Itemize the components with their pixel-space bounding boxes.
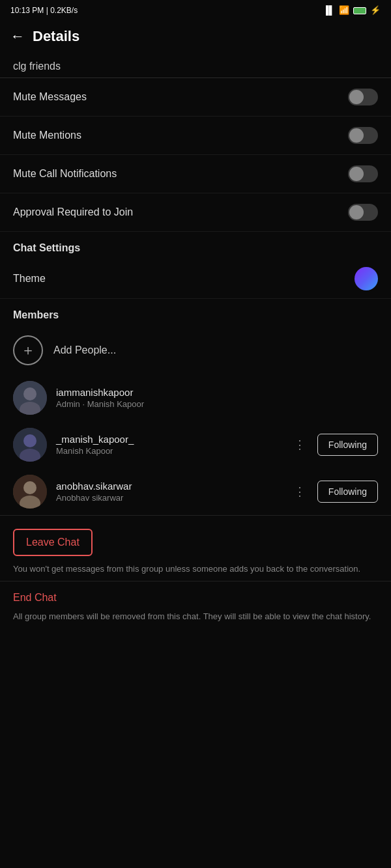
member-row: anobhav.sikarwar Anobhav sikarwar ⋮ Foll… [0, 468, 391, 515]
bolt-icon: ⚡ [370, 5, 381, 15]
mute-messages-toggle[interactable] [348, 89, 378, 105]
member-menu-icon[interactable]: ⋮ [289, 482, 311, 501]
avatar [13, 381, 47, 415]
member-actions: ⋮ Following [289, 481, 378, 503]
avatar [13, 428, 47, 462]
add-people-label: Add People... [53, 344, 116, 356]
approval-required-row: Approval Required to Join [0, 193, 391, 232]
avatar-svg [13, 381, 47, 415]
chat-settings-header: Chat Settings [0, 232, 391, 259]
following-button[interactable]: Following [317, 434, 378, 456]
leave-chat-description: You won't get messages from this group u… [13, 563, 378, 576]
mute-call-notifications-label: Mute Call Notifications [13, 168, 117, 180]
settings-section: Mute Messages Mute Mentions Mute Call No… [0, 78, 391, 232]
member-info: anobhav.sikarwar Anobhav sikarwar [56, 481, 280, 503]
page-title: Details [33, 28, 80, 45]
mute-mentions-row: Mute Mentions [0, 117, 391, 155]
status-icons: ▐▌ 📶 ⚡ [323, 5, 381, 15]
wifi-icon: 📶 [339, 5, 349, 15]
member-row: iammanishkapoor Admin · Manish Kapoor [0, 374, 391, 421]
theme-label: Theme [13, 273, 46, 285]
leave-chat-section: Leave Chat You won't get messages from t… [0, 516, 391, 581]
avatar [13, 475, 47, 509]
add-people-row[interactable]: ＋ Add People... [0, 326, 391, 374]
page-header: ← Details [0, 20, 391, 53]
mute-messages-label: Mute Messages [13, 91, 87, 103]
member-actions: ⋮ Following [289, 434, 378, 456]
approval-required-toggle[interactable] [348, 204, 378, 221]
leave-chat-button[interactable]: Leave Chat [13, 529, 93, 556]
member-username: iammanishkapoor [56, 387, 378, 398]
svg-point-1 [23, 387, 36, 400]
status-time: 10:13 PM | 0.2KB/s [10, 6, 78, 15]
mute-messages-row: Mute Messages [0, 78, 391, 117]
mute-mentions-toggle[interactable] [348, 127, 378, 144]
member-subtext: Admin · Manish Kapoor [56, 399, 378, 409]
svg-point-7 [23, 481, 36, 494]
avatar-svg [13, 475, 47, 509]
mute-call-notifications-toggle[interactable] [348, 165, 378, 182]
end-chat-section: End Chat All group members will be remov… [0, 581, 391, 628]
member-row: _manish_kapoor_ Manish Kapoor ⋮ Followin… [0, 421, 391, 468]
battery-icon [353, 6, 366, 15]
member-username: anobhav.sikarwar [56, 481, 280, 492]
add-people-icon: ＋ [13, 335, 43, 365]
following-button[interactable]: Following [317, 481, 378, 503]
status-bar: 10:13 PM | 0.2KB/s ▐▌ 📶 ⚡ [0, 0, 391, 20]
member-subtext: Manish Kapoor [56, 446, 280, 456]
theme-color-swatch [355, 267, 378, 290]
signal-icon: ▐▌ [323, 5, 335, 15]
member-info: _manish_kapoor_ Manish Kapoor [56, 434, 280, 456]
member-subtext: Anobhav sikarwar [56, 493, 280, 503]
svg-point-4 [23, 434, 36, 447]
member-info: iammanishkapoor Admin · Manish Kapoor [56, 387, 378, 409]
end-chat-button[interactable]: End Chat [13, 592, 378, 604]
member-username: _manish_kapoor_ [56, 434, 280, 445]
member-menu-icon[interactable]: ⋮ [289, 435, 311, 455]
back-button[interactable]: ← [10, 28, 25, 45]
chat-name: clg friends [13, 61, 61, 72]
mute-call-notifications-row: Mute Call Notifications [0, 155, 391, 193]
theme-row[interactable]: Theme [0, 259, 391, 299]
mute-mentions-label: Mute Mentions [13, 130, 81, 141]
end-chat-description: All group members will be removed from t… [13, 610, 378, 623]
approval-required-label: Approval Required to Join [13, 206, 133, 218]
chat-name-section: clg friends [0, 53, 391, 78]
avatar-svg [13, 428, 47, 462]
members-header: Members [0, 299, 391, 326]
